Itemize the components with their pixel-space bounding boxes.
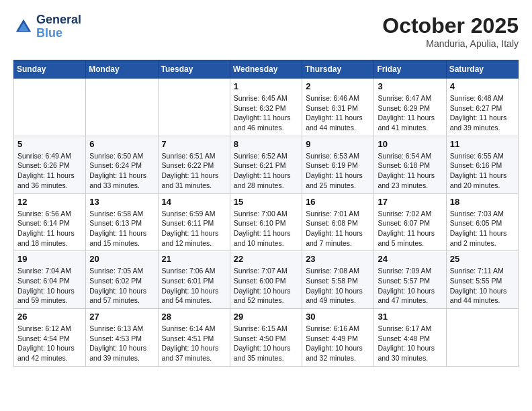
day-number: 30 xyxy=(306,312,370,322)
logo: General Blue xyxy=(13,13,81,40)
day-info: Sunrise: 6:50 AM Sunset: 6:24 PM Dayligh… xyxy=(89,151,154,191)
day-number: 28 xyxy=(162,312,226,322)
day-number: 12 xyxy=(17,197,82,207)
day-number: 17 xyxy=(378,197,442,207)
calendar-cell: 13Sunrise: 6:58 AM Sunset: 6:13 PM Dayli… xyxy=(86,193,158,251)
calendar-cell: 4Sunrise: 6:48 AM Sunset: 6:27 PM Daylig… xyxy=(446,79,518,136)
location-subtitle: Manduria, Apulia, Italy xyxy=(382,38,519,49)
day-info: Sunrise: 6:52 AM Sunset: 6:21 PM Dayligh… xyxy=(234,151,298,191)
calendar-cell: 26Sunrise: 6:12 AM Sunset: 4:54 PM Dayli… xyxy=(14,309,86,367)
calendar-cell: 25Sunrise: 7:11 AM Sunset: 5:55 PM Dayli… xyxy=(446,251,518,309)
calendar-week-2: 5Sunrise: 6:49 AM Sunset: 6:26 PM Daylig… xyxy=(14,136,519,193)
day-info: Sunrise: 6:45 AM Sunset: 6:32 PM Dayligh… xyxy=(234,93,298,133)
day-number: 27 xyxy=(89,312,154,322)
day-info: Sunrise: 6:46 AM Sunset: 6:31 PM Dayligh… xyxy=(306,93,370,133)
day-number: 19 xyxy=(17,254,82,264)
day-info: Sunrise: 6:59 AM Sunset: 6:11 PM Dayligh… xyxy=(162,209,226,248)
day-number: 25 xyxy=(450,254,515,264)
weekday-header-sunday: Sunday xyxy=(14,60,86,79)
calendar-cell: 19Sunrise: 7:04 AM Sunset: 6:04 PM Dayli… xyxy=(14,251,86,309)
calendar-cell: 18Sunrise: 7:03 AM Sunset: 6:05 PM Dayli… xyxy=(446,193,518,251)
day-info: Sunrise: 6:54 AM Sunset: 6:18 PM Dayligh… xyxy=(378,151,442,191)
day-info: Sunrise: 7:01 AM Sunset: 6:08 PM Dayligh… xyxy=(306,209,370,248)
calendar-cell: 7Sunrise: 6:51 AM Sunset: 6:22 PM Daylig… xyxy=(158,136,230,193)
day-number: 21 xyxy=(162,254,226,264)
weekday-header-row: SundayMondayTuesdayWednesdayThursdayFrid… xyxy=(14,60,519,79)
day-info: Sunrise: 6:12 AM Sunset: 4:54 PM Dayligh… xyxy=(17,324,82,363)
calendar-cell: 11Sunrise: 6:55 AM Sunset: 6:16 PM Dayli… xyxy=(446,136,518,193)
calendar-cell: 10Sunrise: 6:54 AM Sunset: 6:18 PM Dayli… xyxy=(374,136,446,193)
day-info: Sunrise: 6:14 AM Sunset: 4:51 PM Dayligh… xyxy=(162,324,226,363)
calendar-cell: 23Sunrise: 7:08 AM Sunset: 5:58 PM Dayli… xyxy=(302,251,374,309)
day-info: Sunrise: 6:47 AM Sunset: 6:29 PM Dayligh… xyxy=(378,93,442,133)
day-info: Sunrise: 6:58 AM Sunset: 6:13 PM Dayligh… xyxy=(89,209,154,248)
weekday-header-tuesday: Tuesday xyxy=(158,60,230,79)
day-info: Sunrise: 7:04 AM Sunset: 6:04 PM Dayligh… xyxy=(17,266,82,306)
calendar-cell: 8Sunrise: 6:52 AM Sunset: 6:21 PM Daylig… xyxy=(230,136,302,193)
day-number: 11 xyxy=(450,139,515,149)
day-info: Sunrise: 7:00 AM Sunset: 6:10 PM Dayligh… xyxy=(234,209,298,248)
calendar-cell: 22Sunrise: 7:07 AM Sunset: 6:00 PM Dayli… xyxy=(230,251,302,309)
day-number: 15 xyxy=(234,197,298,207)
page-header: General Blue October 2025 Manduria, Apul… xyxy=(13,13,519,49)
day-number: 16 xyxy=(306,197,370,207)
day-number: 3 xyxy=(378,81,442,91)
day-info: Sunrise: 7:07 AM Sunset: 6:00 PM Dayligh… xyxy=(234,266,298,306)
day-number: 26 xyxy=(17,312,82,322)
day-info: Sunrise: 7:05 AM Sunset: 6:02 PM Dayligh… xyxy=(89,266,154,306)
day-info: Sunrise: 7:03 AM Sunset: 6:05 PM Dayligh… xyxy=(450,209,515,248)
weekday-header-wednesday: Wednesday xyxy=(230,60,302,79)
calendar-cell: 30Sunrise: 6:16 AM Sunset: 4:49 PM Dayli… xyxy=(302,309,374,367)
day-info: Sunrise: 6:15 AM Sunset: 4:50 PM Dayligh… xyxy=(234,324,298,363)
day-info: Sunrise: 6:48 AM Sunset: 6:27 PM Dayligh… xyxy=(450,93,515,133)
calendar-cell: 27Sunrise: 6:13 AM Sunset: 4:53 PM Dayli… xyxy=(86,309,158,367)
day-number: 23 xyxy=(306,254,370,264)
day-number: 13 xyxy=(89,197,154,207)
calendar-cell: 16Sunrise: 7:01 AM Sunset: 6:08 PM Dayli… xyxy=(302,193,374,251)
day-info: Sunrise: 6:55 AM Sunset: 6:16 PM Dayligh… xyxy=(450,151,515,191)
calendar-cell: 29Sunrise: 6:15 AM Sunset: 4:50 PM Dayli… xyxy=(230,309,302,367)
calendar-cell: 24Sunrise: 7:09 AM Sunset: 5:57 PM Dayli… xyxy=(374,251,446,309)
weekday-header-thursday: Thursday xyxy=(302,60,374,79)
calendar-cell: 14Sunrise: 6:59 AM Sunset: 6:11 PM Dayli… xyxy=(158,193,230,251)
day-number: 10 xyxy=(378,139,442,149)
day-info: Sunrise: 6:16 AM Sunset: 4:49 PM Dayligh… xyxy=(306,324,370,363)
calendar-cell: 3Sunrise: 6:47 AM Sunset: 6:29 PM Daylig… xyxy=(374,79,446,136)
day-number: 24 xyxy=(378,254,442,264)
day-number: 1 xyxy=(234,81,298,91)
day-number: 20 xyxy=(89,254,154,264)
calendar-cell: 5Sunrise: 6:49 AM Sunset: 6:26 PM Daylig… xyxy=(14,136,86,193)
calendar-cell: 2Sunrise: 6:46 AM Sunset: 6:31 PM Daylig… xyxy=(302,79,374,136)
calendar-cell xyxy=(14,79,86,136)
day-info: Sunrise: 7:06 AM Sunset: 6:01 PM Dayligh… xyxy=(162,266,226,306)
day-info: Sunrise: 6:13 AM Sunset: 4:53 PM Dayligh… xyxy=(89,324,154,363)
title-block: October 2025 Manduria, Apulia, Italy xyxy=(382,13,519,49)
day-info: Sunrise: 7:11 AM Sunset: 5:55 PM Dayligh… xyxy=(450,266,515,306)
day-number: 8 xyxy=(234,139,298,149)
calendar-cell: 17Sunrise: 7:02 AM Sunset: 6:07 PM Dayli… xyxy=(374,193,446,251)
day-info: Sunrise: 7:02 AM Sunset: 6:07 PM Dayligh… xyxy=(378,209,442,248)
calendar-cell xyxy=(446,309,518,367)
day-number: 5 xyxy=(17,139,82,149)
calendar-cell xyxy=(86,79,158,136)
calendar-week-5: 26Sunrise: 6:12 AM Sunset: 4:54 PM Dayli… xyxy=(14,309,519,367)
day-number: 14 xyxy=(162,197,226,207)
day-number: 31 xyxy=(378,312,442,322)
calendar-cell: 6Sunrise: 6:50 AM Sunset: 6:24 PM Daylig… xyxy=(86,136,158,193)
month-title: October 2025 xyxy=(382,13,519,38)
day-number: 4 xyxy=(450,81,515,91)
calendar-cell xyxy=(158,79,230,136)
day-number: 2 xyxy=(306,81,370,91)
day-number: 6 xyxy=(89,139,154,149)
calendar-cell: 1Sunrise: 6:45 AM Sunset: 6:32 PM Daylig… xyxy=(230,79,302,136)
calendar-cell: 21Sunrise: 7:06 AM Sunset: 6:01 PM Dayli… xyxy=(158,251,230,309)
day-info: Sunrise: 6:51 AM Sunset: 6:22 PM Dayligh… xyxy=(162,151,226,191)
calendar-cell: 20Sunrise: 7:05 AM Sunset: 6:02 PM Dayli… xyxy=(86,251,158,309)
calendar-cell: 9Sunrise: 6:53 AM Sunset: 6:19 PM Daylig… xyxy=(302,136,374,193)
calendar-cell: 12Sunrise: 6:56 AM Sunset: 6:14 PM Dayli… xyxy=(14,193,86,251)
logo-text: General Blue xyxy=(36,13,81,40)
day-info: Sunrise: 7:08 AM Sunset: 5:58 PM Dayligh… xyxy=(306,266,370,306)
day-number: 18 xyxy=(450,197,515,207)
calendar-cell: 28Sunrise: 6:14 AM Sunset: 4:51 PM Dayli… xyxy=(158,309,230,367)
day-info: Sunrise: 6:53 AM Sunset: 6:19 PM Dayligh… xyxy=(306,151,370,191)
